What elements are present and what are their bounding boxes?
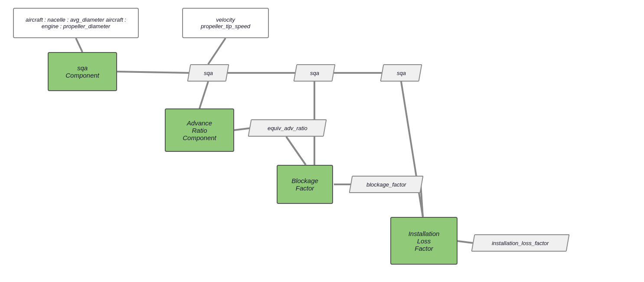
sqa-diamond-2[interactable]: sqa bbox=[293, 64, 335, 82]
svg-line-2 bbox=[117, 72, 189, 73]
advance-ratio-component-node[interactable]: AdvanceRatioComponent bbox=[165, 108, 234, 152]
svg-line-5 bbox=[199, 82, 208, 108]
sqa-component-node[interactable]: sqaComponent bbox=[48, 52, 117, 91]
installation-loss-factor-node[interactable]: InstallationLossFactor bbox=[390, 217, 458, 265]
installation-loss-label: InstallationLossFactor bbox=[409, 230, 440, 252]
input-aircraft-label: aircraft : nacelle : avg_diameter aircra… bbox=[17, 16, 134, 30]
installation-loss-factor-output-node[interactable]: installation_loss_factor bbox=[471, 234, 569, 252]
svg-line-0 bbox=[76, 38, 82, 52]
svg-line-7 bbox=[286, 137, 306, 165]
diagram-canvas: aircraft : nacelle : avg_diameter aircra… bbox=[0, 0, 644, 282]
svg-line-1 bbox=[208, 38, 226, 64]
advance-ratio-label: AdvanceRatioComponent bbox=[183, 119, 216, 141]
blockage-factor-output-node[interactable]: blockage_factor bbox=[349, 176, 423, 193]
svg-line-12 bbox=[455, 241, 473, 243]
input-velocity-label: velocitypropeller_tip_speed bbox=[201, 16, 250, 30]
sqa-diamond-3[interactable]: sqa bbox=[380, 64, 422, 82]
blockage-factor-label: BlockageFactor bbox=[291, 177, 318, 192]
input-velocity-params: velocitypropeller_tip_speed bbox=[182, 8, 269, 38]
equiv-adv-ratio-node[interactable]: equiv_adv_ratio bbox=[248, 119, 327, 137]
input-aircraft-params: aircraft : nacelle : avg_diameter aircra… bbox=[13, 8, 139, 38]
blockage-factor-node[interactable]: BlockageFactor bbox=[277, 165, 333, 204]
svg-line-10 bbox=[401, 82, 423, 217]
sqa-component-label: sqaComponent bbox=[65, 64, 99, 79]
sqa-diamond-1[interactable]: sqa bbox=[187, 64, 229, 82]
